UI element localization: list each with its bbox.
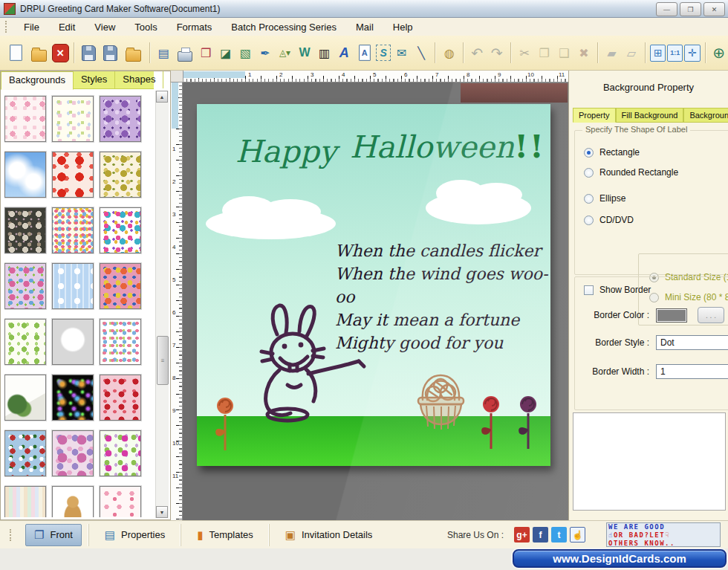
thumbnail-kids-doodle[interactable]: [52, 96, 94, 142]
thumbnail-baby-pink[interactable]: [4, 96, 46, 142]
menu-item[interactable]: Formats: [167, 19, 222, 35]
left-panel-tab[interactable]: Shapes: [115, 71, 163, 88]
envelope-icon[interactable]: ✉: [392, 43, 411, 63]
cut-icon[interactable]: ✂: [516, 43, 534, 63]
border-color-swatch[interactable]: [656, 308, 687, 323]
design-canvas[interactable]: 1234567891011 1234567891011 Happy Hallow…: [171, 71, 568, 520]
border-color-browse-button[interactable]: . . .: [698, 307, 724, 323]
shape-radio-row[interactable]: Rounded Rectangle: [584, 167, 678, 178]
greeting-card[interactable]: Happy Halloween!! When the candles flick…: [197, 104, 550, 466]
thumbnail-pink-circles[interactable]: [52, 430, 94, 476]
left-panel-tab[interactable]: Styles: [74, 71, 115, 88]
view-button[interactable]: ▮ Templates: [188, 524, 262, 546]
thumbnail-gift-boxes[interactable]: [100, 207, 141, 253]
save-icon[interactable]: [82, 45, 96, 61]
save-as-icon[interactable]: [103, 45, 117, 61]
thumbnail-pine-sprigs[interactable]: [4, 375, 46, 421]
barcode-icon[interactable]: ▥: [315, 43, 334, 63]
flip-image-icon[interactable]: ◪: [216, 43, 235, 63]
export-folder-icon[interactable]: [126, 50, 141, 62]
cloud-shape-left[interactable]: [206, 208, 336, 239]
copy-style-icon[interactable]: ❒: [197, 43, 215, 63]
thumbnail-dark-stones[interactable]: [4, 207, 46, 253]
shape-radio-row[interactable]: Ellipse: [584, 193, 678, 204]
card-greeting-halloween[interactable]: Halloween!!: [350, 128, 545, 165]
grid-icon[interactable]: ⊞: [650, 45, 666, 62]
twitter-icon[interactable]: t: [551, 527, 567, 543]
minimize-button[interactable]: —: [656, 2, 677, 16]
website-banner[interactable]: www.DesignIdCards.com: [513, 549, 727, 568]
database-icon[interactable]: ◍: [440, 43, 458, 63]
like-icon[interactable]: ☝: [570, 527, 585, 543]
text-tool-icon[interactable]: A: [335, 43, 354, 63]
scroll-up-button[interactable]: ▲: [156, 91, 168, 103]
send-to-back-icon[interactable]: ▱: [623, 43, 641, 63]
show-border-row[interactable]: Show Border: [584, 285, 651, 295]
thumbnail-flower-circles[interactable]: [4, 263, 46, 309]
radio-button[interactable]: [584, 216, 594, 225]
radio-button[interactable]: [584, 194, 594, 204]
shape-radio-row[interactable]: Rectangle: [584, 147, 678, 158]
bunny-clipart[interactable]: [234, 302, 368, 424]
view-button[interactable]: ▤ Properties: [96, 524, 174, 546]
copy-icon[interactable]: ❐: [535, 43, 553, 63]
thumbnail-fireworks[interactable]: [52, 375, 94, 421]
menu-item[interactable]: Edit: [49, 19, 85, 35]
show-border-checkbox[interactable]: [584, 285, 594, 295]
watermark-icon[interactable]: W: [296, 43, 314, 63]
radio-button[interactable]: [584, 148, 594, 158]
bottombar-grip[interactable]: [10, 529, 13, 541]
rose-orange[interactable]: [212, 395, 238, 455]
rose-red[interactable]: [478, 394, 504, 453]
view-button[interactable]: ❐ Front: [25, 524, 82, 546]
rose-purple[interactable]: [515, 394, 542, 453]
menu-item[interactable]: Tools: [125, 19, 166, 35]
paste-icon[interactable]: ❑: [555, 43, 573, 63]
property-tab[interactable]: Fill Background: [616, 108, 684, 123]
pen-tool-icon[interactable]: ✒: [256, 43, 275, 63]
actual-size-icon[interactable]: 1:1: [667, 45, 683, 62]
thumbnail-kids-pattern[interactable]: [100, 319, 141, 365]
thumbnail-purple-floral[interactable]: [100, 96, 141, 142]
radio-button[interactable]: [584, 168, 594, 178]
shape-tool-icon[interactable]: ◬▾: [276, 43, 294, 63]
left-panel-tab[interactable]: Backgrounds: [1, 71, 74, 90]
delete-icon[interactable]: ✖: [575, 43, 594, 63]
facebook-icon[interactable]: f: [533, 527, 548, 543]
card-greeting-happy[interactable]: Happy: [235, 134, 337, 169]
menu-item[interactable]: Batch Processing Series: [221, 19, 346, 35]
new-document-icon[interactable]: [10, 45, 22, 61]
insert-image-icon[interactable]: ▧: [236, 43, 255, 63]
property-tab[interactable]: Background: [683, 108, 728, 123]
thumbnail-pastel-stripes[interactable]: [4, 486, 46, 517]
view-button[interactable]: ▣ Invitation Details: [276, 524, 382, 546]
feedback-promo-box[interactable]: WE ARE GOOD ☝OR BAD?LET☟ OTHERS KNOW..: [606, 522, 721, 547]
print-icon[interactable]: [178, 51, 192, 62]
menu-item[interactable]: Mail: [346, 19, 383, 35]
undo-icon[interactable]: ↶: [468, 43, 487, 63]
border-width-input[interactable]: 1: [656, 364, 728, 379]
menu-item[interactable]: View: [85, 19, 125, 35]
thumbnail-sky-clouds[interactable]: [4, 152, 46, 198]
border-style-dropdown[interactable]: Dot: [656, 335, 728, 350]
thumbnail-scrollbar[interactable]: ▲ ≡ ▼: [155, 91, 169, 518]
thumbnail-christmas-trees[interactable]: [4, 319, 46, 365]
thumbnail-strawberries[interactable]: [52, 152, 94, 198]
thumbnail-lily-flowers[interactable]: [100, 430, 141, 476]
line-tool-icon[interactable]: ╲: [412, 43, 431, 63]
bring-to-front-icon[interactable]: ▰: [602, 43, 621, 63]
thumbnail-circle-flowers[interactable]: [100, 263, 141, 309]
zoom-icon[interactable]: ⊕: [709, 43, 728, 63]
thumbnail-party-confetti[interactable]: [52, 207, 94, 253]
cloud-shape-right[interactable]: [426, 192, 531, 224]
close-button[interactable]: ✕: [703, 2, 725, 16]
easter-basket-clipart[interactable]: [409, 357, 473, 440]
google-plus-icon[interactable]: g+: [514, 527, 530, 543]
shape-radio-row[interactable]: CD/DVD: [584, 215, 678, 225]
thumbnail-teddy-bear[interactable]: [52, 486, 94, 517]
open-file-icon[interactable]: [31, 50, 47, 62]
thumbnail-pink-dresses[interactable]: [100, 486, 141, 517]
menu-item[interactable]: File: [14, 19, 49, 35]
menu-grip[interactable]: [5, 21, 9, 33]
thumbnail-autumn-leaves[interactable]: [100, 152, 141, 198]
